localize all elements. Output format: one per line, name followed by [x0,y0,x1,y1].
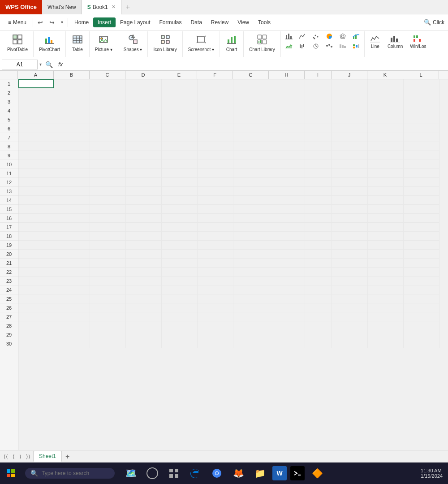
col-header-a[interactable]: A [18,71,54,79]
cell[interactable] [198,277,233,285]
cell[interactable] [368,232,404,241]
cell[interactable] [332,277,368,285]
cell[interactable] [269,151,305,160]
cell[interactable] [126,312,162,321]
col-header-k[interactable]: K [367,71,403,79]
cell[interactable] [54,268,90,277]
cell[interactable] [90,106,126,115]
cell[interactable] [18,214,54,223]
row-number-28[interactable]: 28 [0,321,18,330]
cell[interactable] [368,124,404,133]
cell[interactable] [90,232,126,241]
cell[interactable] [198,142,233,151]
cell[interactable] [126,330,162,339]
cell[interactable] [305,115,332,124]
row-number-14[interactable]: 14 [0,196,18,205]
sheet-nav-first[interactable]: ⟨⟨ [2,453,10,461]
cell[interactable] [18,259,54,268]
cell[interactable] [54,223,90,232]
row-number-19[interactable]: 19 [0,241,18,250]
cell[interactable] [54,88,90,97]
cell[interactable] [368,79,404,88]
cell[interactable] [269,160,305,169]
cell[interactable] [90,160,126,169]
col-header-e[interactable]: E [161,71,197,79]
cell[interactable] [305,79,332,88]
cell[interactable] [90,330,126,339]
row-number-7[interactable]: 7 [0,133,18,142]
cell[interactable] [54,205,90,214]
cell[interactable] [90,142,126,151]
cell[interactable] [162,178,198,187]
tab-book1[interactable]: S Book1 ✕ [82,0,121,14]
cell[interactable] [162,160,198,169]
cell[interactable] [90,187,126,196]
cell[interactable] [332,196,368,205]
cell[interactable] [269,88,305,97]
cell[interactable] [18,88,54,97]
row-number-26[interactable]: 26 [0,303,18,312]
cell[interactable] [305,223,332,232]
row-number-5[interactable]: 5 [0,115,18,124]
cell[interactable] [126,115,162,124]
col-header-j[interactable]: J [332,71,367,79]
cell[interactable] [305,268,332,277]
cell[interactable] [18,169,54,178]
row-number-18[interactable]: 18 [0,232,18,241]
cell[interactable] [305,133,332,142]
cell[interactable] [332,151,368,160]
cell[interactable] [54,232,90,241]
cell[interactable] [332,250,368,259]
cell[interactable] [404,250,439,259]
cell[interactable] [198,241,233,250]
cell[interactable] [368,312,404,321]
cell[interactable] [90,250,126,259]
cell[interactable] [18,151,54,160]
cell[interactable] [54,250,90,259]
cell[interactable] [233,330,269,339]
menu-home[interactable]: Home [70,17,93,27]
cell[interactable] [332,303,368,312]
cell[interactable] [332,106,368,115]
cell[interactable] [269,223,305,232]
cell[interactable] [269,241,305,250]
cell[interactable] [305,151,332,160]
cell[interactable] [126,321,162,330]
taskbar-icon-edge[interactable] [186,464,204,482]
cell[interactable] [233,294,269,303]
col-header-i[interactable]: I [305,71,332,79]
cell[interactable] [126,223,162,232]
cell[interactable] [404,169,439,178]
cell[interactable] [269,115,305,124]
cell[interactable] [269,321,305,330]
menu-data[interactable]: Data [186,17,206,27]
cell[interactable] [332,312,368,321]
stock-chart-button[interactable] [296,42,309,50]
cell[interactable] [126,160,162,169]
scatter-chart-button[interactable] [310,32,322,40]
icon-library-button[interactable]: Icon Library [151,32,179,54]
cell[interactable] [305,277,332,285]
col-header-d[interactable]: D [125,71,161,79]
cell[interactable] [233,79,269,88]
cell[interactable] [368,88,404,97]
cell[interactable] [269,259,305,268]
cell[interactable] [18,178,54,187]
cell[interactable] [54,196,90,205]
cell[interactable] [368,133,404,142]
cell[interactable] [404,223,439,232]
winloss-sparkline-button[interactable]: Win/Los [407,32,429,51]
cell[interactable] [198,196,233,205]
cell[interactable] [54,285,90,294]
cell[interactable] [90,241,126,250]
cell[interactable] [126,169,162,178]
cell[interactable] [54,259,90,268]
cell[interactable] [162,250,198,259]
row-number-12[interactable]: 12 [0,178,18,187]
cell[interactable] [305,294,332,303]
cell[interactable] [18,241,54,250]
cell[interactable] [198,339,233,348]
cell[interactable] [233,312,269,321]
cell[interactable] [233,250,269,259]
cell[interactable] [305,232,332,241]
